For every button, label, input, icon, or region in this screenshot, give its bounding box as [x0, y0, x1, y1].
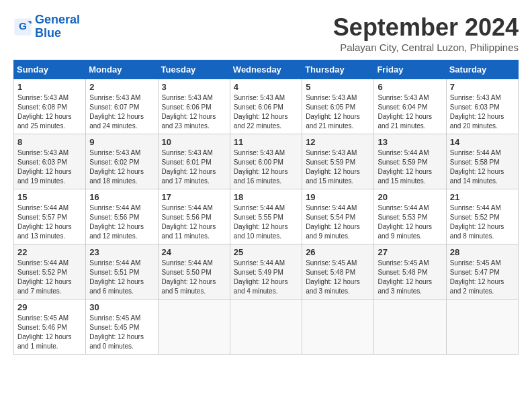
- header-friday: Friday: [374, 60, 446, 79]
- day-number: 8: [17, 137, 82, 147]
- day-detail: Sunrise: 5:45 AM Sunset: 5:47 PM Dayligh…: [450, 259, 515, 296]
- day-number: 14: [450, 137, 515, 147]
- location-subtitle: Palayan City, Central Luzon, Philippines: [333, 42, 519, 53]
- table-row: 4Sunrise: 5:43 AM Sunset: 6:06 PM Daylig…: [230, 79, 302, 134]
- day-number: 25: [234, 247, 298, 257]
- day-number: 1: [17, 82, 82, 92]
- day-detail: Sunrise: 5:45 AM Sunset: 5:48 PM Dayligh…: [378, 259, 442, 296]
- day-number: 12: [306, 137, 370, 147]
- logo-line1: General: [35, 13, 80, 26]
- table-row: [446, 300, 518, 355]
- day-detail: Sunrise: 5:43 AM Sunset: 6:06 PM Dayligh…: [162, 93, 226, 131]
- day-number: 11: [234, 137, 298, 147]
- table-row: 6Sunrise: 5:43 AM Sunset: 6:04 PM Daylig…: [374, 79, 446, 134]
- day-detail: Sunrise: 5:43 AM Sunset: 6:07 PM Dayligh…: [89, 93, 154, 131]
- table-row: 1Sunrise: 5:43 AM Sunset: 6:08 PM Daylig…: [14, 79, 86, 134]
- day-number: 30: [89, 302, 154, 312]
- day-detail: Sunrise: 5:44 AM Sunset: 5:56 PM Dayligh…: [162, 203, 226, 241]
- table-row: 24Sunrise: 5:44 AM Sunset: 5:50 PM Dayli…: [158, 244, 230, 300]
- logo-text: General Blue: [35, 13, 80, 40]
- day-detail: Sunrise: 5:44 AM Sunset: 5:52 PM Dayligh…: [17, 259, 82, 296]
- day-number: 10: [162, 137, 226, 147]
- day-detail: Sunrise: 5:43 AM Sunset: 6:00 PM Dayligh…: [234, 148, 298, 186]
- table-row: 3Sunrise: 5:43 AM Sunset: 6:06 PM Daylig…: [158, 79, 230, 134]
- calendar-week-row: 8Sunrise: 5:43 AM Sunset: 6:03 PM Daylig…: [14, 134, 519, 189]
- day-number: 27: [378, 247, 442, 257]
- table-row: [230, 300, 302, 355]
- header-wednesday: Wednesday: [230, 60, 302, 79]
- day-detail: Sunrise: 5:44 AM Sunset: 5:52 PM Dayligh…: [450, 203, 515, 241]
- day-detail: Sunrise: 5:44 AM Sunset: 5:58 PM Dayligh…: [450, 148, 515, 186]
- calendar-week-row: 22Sunrise: 5:44 AM Sunset: 5:52 PM Dayli…: [14, 244, 519, 300]
- table-row: 8Sunrise: 5:43 AM Sunset: 6:03 PM Daylig…: [14, 134, 86, 189]
- table-row: 2Sunrise: 5:43 AM Sunset: 6:07 PM Daylig…: [86, 79, 158, 134]
- table-row: 11Sunrise: 5:43 AM Sunset: 6:00 PM Dayli…: [230, 134, 302, 189]
- page-header: G General Blue September 2024 Palayan Ci…: [13, 13, 519, 53]
- table-row: [302, 300, 374, 355]
- table-row: 19Sunrise: 5:44 AM Sunset: 5:54 PM Dayli…: [302, 189, 374, 244]
- table-row: 10Sunrise: 5:43 AM Sunset: 6:01 PM Dayli…: [158, 134, 230, 189]
- month-title: September 2024: [333, 13, 519, 42]
- table-row: 12Sunrise: 5:43 AM Sunset: 5:59 PM Dayli…: [302, 134, 374, 189]
- table-row: 16Sunrise: 5:44 AM Sunset: 5:56 PM Dayli…: [86, 189, 158, 244]
- table-row: 9Sunrise: 5:43 AM Sunset: 6:02 PM Daylig…: [86, 134, 158, 189]
- day-number: 16: [89, 192, 154, 202]
- day-detail: Sunrise: 5:44 AM Sunset: 5:55 PM Dayligh…: [234, 203, 298, 241]
- day-detail: Sunrise: 5:44 AM Sunset: 5:54 PM Dayligh…: [306, 203, 370, 241]
- svg-text:G: G: [19, 20, 27, 32]
- day-detail: Sunrise: 5:45 AM Sunset: 5:46 PM Dayligh…: [17, 314, 82, 351]
- day-detail: Sunrise: 5:44 AM Sunset: 5:59 PM Dayligh…: [378, 148, 442, 186]
- header-saturday: Saturday: [446, 60, 518, 79]
- day-detail: Sunrise: 5:44 AM Sunset: 5:53 PM Dayligh…: [378, 203, 442, 241]
- table-row: 17Sunrise: 5:44 AM Sunset: 5:56 PM Dayli…: [158, 189, 230, 244]
- day-number: 3: [162, 82, 226, 92]
- day-number: 2: [89, 82, 154, 92]
- table-row: 28Sunrise: 5:45 AM Sunset: 5:47 PM Dayli…: [446, 244, 518, 300]
- logo: G General Blue: [13, 13, 80, 40]
- day-number: 15: [17, 192, 82, 202]
- header-sunday: Sunday: [14, 60, 86, 79]
- day-number: 5: [306, 82, 370, 92]
- table-row: 5Sunrise: 5:43 AM Sunset: 6:05 PM Daylig…: [302, 79, 374, 134]
- day-detail: Sunrise: 5:44 AM Sunset: 5:57 PM Dayligh…: [17, 203, 82, 241]
- table-row: 26Sunrise: 5:45 AM Sunset: 5:48 PM Dayli…: [302, 244, 374, 300]
- table-row: 13Sunrise: 5:44 AM Sunset: 5:59 PM Dayli…: [374, 134, 446, 189]
- day-number: 7: [450, 82, 515, 92]
- day-detail: Sunrise: 5:43 AM Sunset: 6:04 PM Dayligh…: [378, 93, 442, 131]
- day-number: 21: [450, 192, 515, 202]
- calendar-week-row: 29Sunrise: 5:45 AM Sunset: 5:46 PM Dayli…: [14, 300, 519, 355]
- day-number: 13: [378, 137, 442, 147]
- table-row: 30Sunrise: 5:45 AM Sunset: 5:45 PM Dayli…: [86, 300, 158, 355]
- calendar-week-row: 1Sunrise: 5:43 AM Sunset: 6:08 PM Daylig…: [14, 79, 519, 134]
- table-row: [374, 300, 446, 355]
- day-number: 20: [378, 192, 442, 202]
- header-monday: Monday: [86, 60, 158, 79]
- day-number: 24: [162, 247, 226, 257]
- day-number: 18: [234, 192, 298, 202]
- day-number: 4: [234, 82, 298, 92]
- calendar-header-row: Sunday Monday Tuesday Wednesday Thursday…: [14, 60, 519, 79]
- day-detail: Sunrise: 5:43 AM Sunset: 6:06 PM Dayligh…: [234, 93, 298, 131]
- day-number: 23: [89, 247, 154, 257]
- logo-icon: G: [13, 17, 32, 36]
- header-tuesday: Tuesday: [158, 60, 230, 79]
- table-row: 29Sunrise: 5:45 AM Sunset: 5:46 PM Dayli…: [14, 300, 86, 355]
- title-section: September 2024 Palayan City, Central Luz…: [333, 13, 519, 53]
- day-number: 26: [306, 247, 370, 257]
- day-number: 29: [17, 302, 82, 312]
- day-number: 17: [162, 192, 226, 202]
- day-detail: Sunrise: 5:43 AM Sunset: 6:03 PM Dayligh…: [17, 148, 82, 186]
- table-row: 18Sunrise: 5:44 AM Sunset: 5:55 PM Dayli…: [230, 189, 302, 244]
- day-detail: Sunrise: 5:45 AM Sunset: 5:48 PM Dayligh…: [306, 259, 370, 296]
- header-thursday: Thursday: [302, 60, 374, 79]
- table-row: [158, 300, 230, 355]
- day-number: 6: [378, 82, 442, 92]
- table-row: 22Sunrise: 5:44 AM Sunset: 5:52 PM Dayli…: [14, 244, 86, 300]
- table-row: 21Sunrise: 5:44 AM Sunset: 5:52 PM Dayli…: [446, 189, 518, 244]
- day-detail: Sunrise: 5:43 AM Sunset: 5:59 PM Dayligh…: [306, 148, 370, 186]
- table-row: 7Sunrise: 5:43 AM Sunset: 6:03 PM Daylig…: [446, 79, 518, 134]
- day-detail: Sunrise: 5:44 AM Sunset: 5:49 PM Dayligh…: [234, 259, 298, 296]
- table-row: 27Sunrise: 5:45 AM Sunset: 5:48 PM Dayli…: [374, 244, 446, 300]
- table-row: 15Sunrise: 5:44 AM Sunset: 5:57 PM Dayli…: [14, 189, 86, 244]
- day-number: 9: [89, 137, 154, 147]
